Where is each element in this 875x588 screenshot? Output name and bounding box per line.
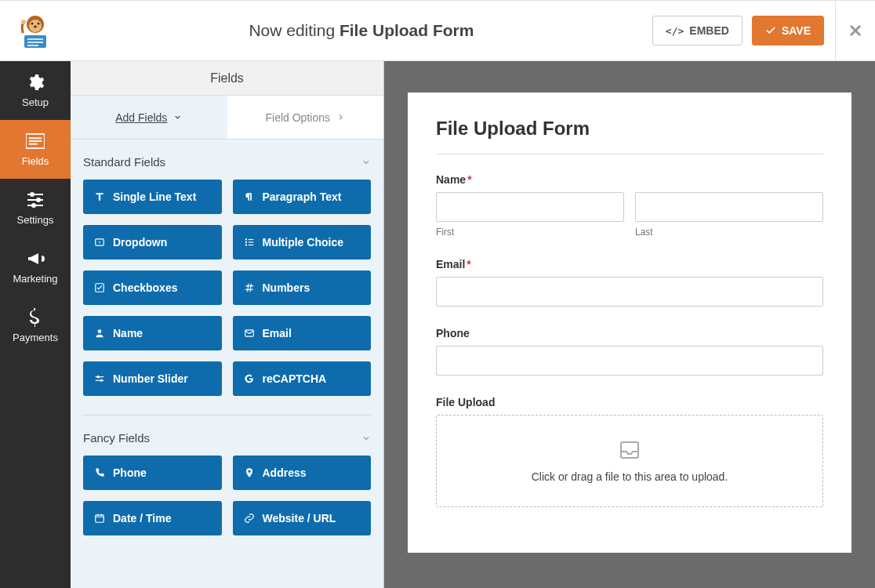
svg-rect-22 — [248, 239, 252, 240]
chevron-right-icon — [336, 113, 345, 122]
form-field-email[interactable]: Email* — [436, 258, 823, 307]
close-icon — [848, 24, 862, 38]
svg-rect-24 — [248, 241, 252, 242]
section-standard-fields[interactable]: Standard Fields — [83, 155, 371, 180]
field-date-time[interactable]: Date / Time — [83, 501, 222, 535]
sidebar-item-label: Marketing — [13, 273, 57, 285]
page-title: Now editing File Upload Form — [71, 21, 652, 40]
phone-icon — [94, 467, 105, 478]
sublabel-last: Last — [635, 227, 823, 238]
sidebar-item-marketing[interactable]: Marketing — [0, 238, 71, 296]
svg-rect-8 — [27, 45, 38, 46]
inbox-icon — [618, 439, 641, 459]
svg-rect-12 — [29, 140, 42, 142]
sidebar-item-fields[interactable]: Fields — [0, 120, 71, 179]
check-square-icon — [94, 282, 105, 293]
svg-rect-7 — [27, 42, 43, 43]
field-single-line-text[interactable]: Single Line Text — [83, 180, 222, 214]
svg-point-3 — [38, 23, 40, 25]
svg-point-4 — [34, 25, 37, 27]
svg-point-19 — [31, 203, 36, 208]
field-address[interactable]: Address — [233, 456, 372, 490]
form-field-name[interactable]: Name* First Last — [436, 173, 823, 238]
email-input[interactable] — [436, 277, 823, 307]
name-first-input[interactable] — [436, 192, 624, 222]
field-numbers[interactable]: Numbers — [233, 270, 372, 305]
hash-icon — [244, 282, 255, 293]
upload-hint: Click or drag a file to this area to upl… — [445, 470, 815, 483]
field-checkboxes[interactable]: Checkboxes — [83, 270, 222, 305]
envelope-icon — [244, 328, 255, 339]
field-name[interactable]: Name — [83, 316, 222, 350]
sidebar-item-label: Settings — [17, 214, 54, 226]
sliders-icon — [26, 191, 45, 209]
close-button[interactable] — [836, 24, 875, 38]
dollar-icon — [26, 308, 45, 327]
form-icon — [26, 132, 45, 151]
embed-button[interactable]: </> EMBED — [652, 16, 742, 45]
field-website-url[interactable]: Website / URL — [233, 501, 372, 535]
chevron-down-icon — [173, 113, 182, 122]
svg-point-21 — [245, 238, 246, 240]
svg-point-31 — [97, 376, 100, 379]
svg-point-2 — [31, 23, 34, 25]
upload-dropzone[interactable]: Click or drag a file to this area to upl… — [436, 415, 823, 507]
gear-icon — [26, 73, 45, 92]
sidebar-item-payments[interactable]: Payments — [0, 296, 71, 355]
sidebar-item-label: Fields — [22, 155, 49, 167]
field-phone[interactable]: Phone — [83, 456, 222, 490]
svg-point-25 — [245, 244, 246, 245]
chevron-down-icon — [361, 158, 371, 167]
field-multiple-choice[interactable]: Multiple Choice — [233, 225, 372, 260]
form-field-phone[interactable]: Phone — [436, 327, 823, 376]
calendar-icon — [94, 513, 105, 524]
text-icon — [94, 191, 105, 202]
sidebar: Setup Fields Settings Marketing Payments — [0, 61, 71, 588]
svg-rect-11 — [29, 137, 42, 139]
form-field-upload[interactable]: File Upload Click or drag a file to this… — [436, 396, 823, 507]
caret-icon — [94, 237, 105, 248]
chevron-down-icon — [361, 434, 371, 443]
user-icon — [94, 328, 105, 339]
form-preview: File Upload Form Name* First Last Email* — [408, 93, 851, 553]
section-fancy-fields[interactable]: Fancy Fields — [83, 431, 371, 456]
save-button[interactable]: SAVE — [752, 16, 824, 45]
phone-input[interactable] — [436, 346, 823, 376]
name-last-input[interactable] — [635, 192, 823, 222]
form-canvas: File Upload Form Name* First Last Email* — [384, 61, 875, 588]
link-icon — [244, 513, 255, 524]
bullhorn-icon — [26, 249, 45, 268]
google-icon — [244, 373, 255, 384]
fields-panel: Fields Add Fields Field Options Standard… — [71, 61, 384, 588]
sidebar-item-label: Setup — [22, 96, 49, 108]
form-title: File Upload Form — [436, 118, 823, 154]
list-icon — [244, 237, 255, 248]
tab-field-options[interactable]: Field Options — [227, 96, 384, 139]
sidebar-item-settings[interactable]: Settings — [0, 179, 71, 238]
svg-point-33 — [100, 379, 103, 383]
svg-point-9 — [21, 20, 26, 24]
svg-rect-26 — [248, 245, 252, 245]
svg-rect-6 — [27, 38, 43, 40]
app-logo — [0, 0, 71, 61]
field-dropdown[interactable]: Dropdown — [83, 225, 222, 260]
check-icon — [765, 25, 776, 36]
tab-add-fields[interactable]: Add Fields — [71, 96, 227, 139]
svg-point-23 — [245, 241, 246, 243]
sublabel-first: First — [436, 227, 624, 238]
code-icon: </> — [666, 25, 684, 37]
field-email[interactable]: Email — [233, 316, 372, 350]
panel-header: Fields — [71, 61, 383, 96]
svg-point-28 — [98, 329, 102, 333]
svg-rect-34 — [96, 515, 104, 522]
field-paragraph-text[interactable]: Paragraph Text — [233, 180, 372, 214]
svg-rect-13 — [29, 143, 38, 145]
sliders-icon — [94, 373, 105, 384]
svg-point-17 — [36, 198, 41, 202]
field-recaptcha[interactable]: reCAPTCHA — [233, 361, 372, 396]
field-number-slider[interactable]: Number Slider — [83, 361, 222, 396]
sidebar-item-setup[interactable]: Setup — [0, 61, 71, 120]
pin-icon — [244, 467, 255, 478]
paragraph-icon — [244, 191, 255, 202]
svg-point-15 — [30, 192, 34, 197]
